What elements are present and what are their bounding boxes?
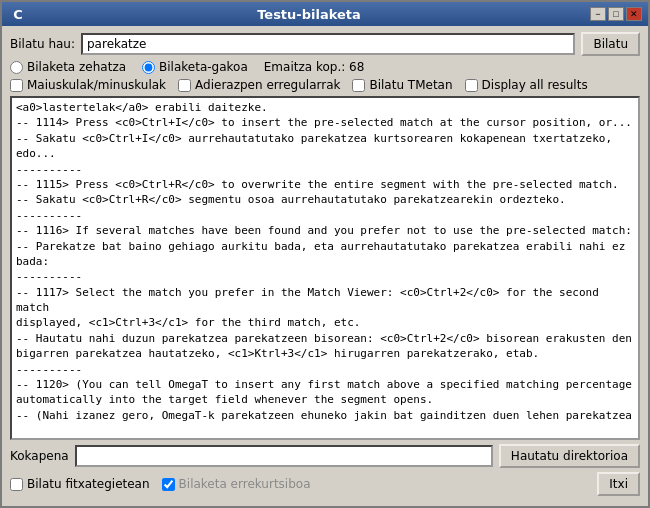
search-input[interactable] xyxy=(81,33,575,55)
checkbox-subdirs-item: Bilatu fitxategietean xyxy=(10,477,150,491)
search-button[interactable]: Bilatu xyxy=(581,32,640,56)
result-line: -- Sakatu <c0>Ctrl+I</c0> aurrehautatuta… xyxy=(16,131,634,162)
titlebar-controls: − □ ✕ xyxy=(590,7,642,21)
checkbox-tm-label: Bilatu TMetan xyxy=(369,78,452,92)
close-button[interactable]: Itxi xyxy=(597,472,640,496)
result-line: -- 1114> Press <c0>Ctrl+I</c0> to insert… xyxy=(16,115,634,130)
result-line: -- 1116> If several matches have been fo… xyxy=(16,223,634,238)
close-window-button[interactable]: ✕ xyxy=(626,7,642,21)
titlebar-icon: C xyxy=(8,7,28,22)
radio-fuzzy-label: Bilaketa-gakoa xyxy=(159,60,248,74)
radio-exact-item: Bilaketa zehatza xyxy=(10,60,126,74)
result-line: -- Sakatu <c0>Ctrl+R</c0> segmentu osoa … xyxy=(16,192,634,207)
checkbox-case-label: Maiuskulak/minuskulak xyxy=(27,78,166,92)
result-line: ---------- xyxy=(16,269,634,284)
checkbox-row: Maiuskulak/minuskulak Adierazpen erregul… xyxy=(10,78,640,92)
checkbox-subdirs-label: Bilatu fitxategietean xyxy=(27,477,150,491)
result-line: automatically into the target field when… xyxy=(16,392,634,407)
result-line: -- 1120> (You can tell OmegaT to insert … xyxy=(16,377,634,392)
checkbox-case-item: Maiuskulak/minuskulak xyxy=(10,78,166,92)
results-count: Emaitza kop.: 68 xyxy=(264,60,365,74)
search-row: Bilatu hau: Bilatu xyxy=(10,32,640,56)
checkbox-regex-item: Adierazpen erregularrak xyxy=(178,78,340,92)
checkbox-subdirs[interactable] xyxy=(10,478,23,491)
checkbox-recurse-label: Bilaketa errekurtsiboa xyxy=(179,477,311,491)
search-label: Bilatu hau: xyxy=(10,37,75,51)
result-line: ---------- xyxy=(16,208,634,223)
radio-exact[interactable] xyxy=(10,61,23,74)
checkbox-display-label: Display all results xyxy=(482,78,588,92)
result-line: -- Parekatze bat baino gehiago aurkitu b… xyxy=(16,239,634,270)
radio-fuzzy[interactable] xyxy=(142,61,155,74)
checkbox-regex[interactable] xyxy=(178,79,191,92)
dir-button[interactable]: Hautatu direktorioa xyxy=(499,444,640,468)
titlebar-title: Testu-bilaketa xyxy=(28,7,590,22)
result-line: -- Hautatu nahi duzun parekatzea parekat… xyxy=(16,331,634,346)
kokapena-input[interactable] xyxy=(75,445,493,467)
result-line: -- 1115> Press <c0>Ctrl+R</c0> to overwr… xyxy=(16,177,634,192)
kokapena-row: Kokapena Hautatu direktorioa xyxy=(10,444,640,468)
maximize-button[interactable]: □ xyxy=(608,7,624,21)
result-line: ---------- xyxy=(16,162,634,177)
result-line: bigarren parekatzea hautatzeko, <c1>Ktrl… xyxy=(16,346,634,361)
checkbox-regex-label: Adierazpen erregularrak xyxy=(195,78,340,92)
result-line: ---------- xyxy=(16,362,634,377)
titlebar: C Testu-bilaketa − □ ✕ xyxy=(2,2,648,26)
radio-row: Bilaketa zehatza Bilaketa-gakoa Emaitza … xyxy=(10,60,640,74)
result-line: -- 1117> Select the match you prefer in … xyxy=(16,285,634,316)
radio-exact-label: Bilaketa zehatza xyxy=(27,60,126,74)
kokapena-label: Kokapena xyxy=(10,449,69,463)
minimize-button[interactable]: − xyxy=(590,7,606,21)
content-area: Bilatu hau: Bilatu Bilaketa zehatza Bila… xyxy=(2,26,648,506)
checkbox-display[interactable] xyxy=(465,79,478,92)
checkbox-tm[interactable] xyxy=(352,79,365,92)
result-line: displayed, <c1>Ctrl+3</c1> for the third… xyxy=(16,315,634,330)
results-wrapper: <a0>lastertelak</a0> erabili daitezke.--… xyxy=(10,96,640,440)
last-row: Bilatu fitxategietean Bilaketa errekurts… xyxy=(10,472,640,500)
checkbox-recurse-item: Bilaketa errekurtsiboa xyxy=(162,477,311,491)
result-line: <a0>lastertelak</a0> erabili daitezke. xyxy=(16,100,634,115)
checkbox-recurse[interactable] xyxy=(162,478,175,491)
checkbox-display-item: Display all results xyxy=(465,78,588,92)
results-area[interactable]: <a0>lastertelak</a0> erabili daitezke.--… xyxy=(12,98,638,438)
result-line: -- (Nahi izanez gero, OmegaT-k parekatze… xyxy=(16,408,634,423)
checkbox-case[interactable] xyxy=(10,79,23,92)
checkbox-tm-item: Bilatu TMetan xyxy=(352,78,452,92)
main-window: C Testu-bilaketa − □ ✕ Bilatu hau: Bilat… xyxy=(0,0,650,508)
radio-fuzzy-item: Bilaketa-gakoa xyxy=(142,60,248,74)
